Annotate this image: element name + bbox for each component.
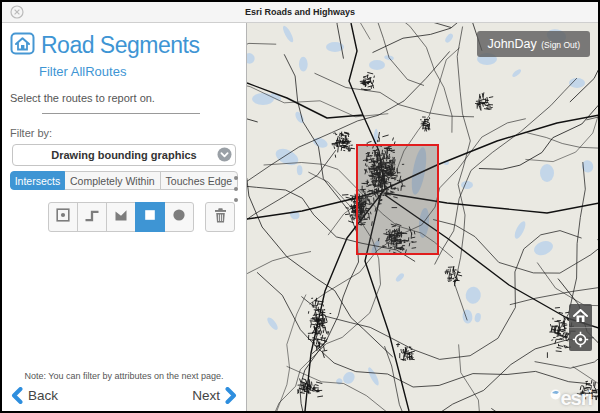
- esri-logo: esri: [550, 387, 592, 410]
- panel-description: Select the routes to report on.: [10, 92, 238, 104]
- draw-tools-toolbar: [48, 202, 246, 232]
- title-bar: Esri Roads and Highways: [2, 2, 598, 23]
- page-title: Road Segments: [41, 32, 199, 59]
- back-button[interactable]: Back: [11, 387, 58, 404]
- home-icon: [10, 32, 35, 59]
- map-controls: [569, 304, 592, 351]
- filter-panel: Road Segments Filter AllRoutes Select th…: [2, 23, 246, 411]
- esri-logo-text: esri: [560, 387, 592, 410]
- tab-touches-edge[interactable]: Touches Edge: [160, 171, 238, 190]
- panel-header: Road Segments: [10, 32, 238, 59]
- chevron-left-icon: [11, 387, 23, 404]
- trash-icon: [212, 207, 229, 228]
- panel-resize-handle[interactable]: [234, 176, 240, 202]
- next-label: Next: [192, 388, 220, 403]
- home-extent-button[interactable]: [569, 304, 592, 327]
- rectangle-tool-button[interactable]: [135, 202, 165, 232]
- dropdown-selected-value: Drawing bounding graphics: [13, 149, 235, 161]
- rectangle-icon: [142, 207, 158, 227]
- next-button[interactable]: Next: [192, 387, 237, 404]
- user-sign-out-button[interactable]: JohnDay (Sign Out): [477, 31, 590, 57]
- chevron-down-icon: [217, 147, 232, 162]
- chevron-right-icon: [225, 387, 237, 404]
- point-icon: [55, 207, 71, 227]
- window-title: Esri Roads and Highways: [2, 2, 598, 22]
- page-subtitle: Filter AllRoutes: [39, 64, 246, 79]
- delete-graphics-button[interactable]: [205, 202, 235, 232]
- back-label: Back: [28, 388, 58, 403]
- map-canvas[interactable]: JohnDay (Sign Out): [246, 23, 598, 411]
- user-name: JohnDay: [487, 37, 536, 51]
- panel-note: Note: You can filter by attributes on th…: [2, 371, 246, 381]
- spatial-relation-tabs: Intersects Completely Within Touches Edg…: [10, 171, 238, 190]
- selection-rectangle: [356, 144, 439, 255]
- filter-method-dropdown[interactable]: Drawing bounding graphics: [12, 144, 236, 166]
- circle-icon: [171, 207, 187, 227]
- polygon-tool-button[interactable]: [106, 202, 136, 232]
- polyline-tool-button[interactable]: [77, 202, 107, 232]
- polyline-icon: [84, 207, 100, 227]
- filter-by-label: Filter by:: [10, 127, 238, 139]
- point-tool-button[interactable]: [48, 202, 78, 232]
- circle-tool-button[interactable]: [164, 202, 194, 232]
- close-icon[interactable]: [10, 5, 24, 19]
- locate-button[interactable]: [569, 327, 592, 351]
- sign-out-label: (Sign Out): [541, 40, 580, 50]
- home-icon: [573, 309, 588, 323]
- app-window: Esri Roads and Highways Road Segments Fi…: [0, 0, 600, 413]
- tab-completely-within[interactable]: Completely Within: [64, 171, 161, 190]
- tab-intersects[interactable]: Intersects: [10, 171, 65, 190]
- divider: [42, 113, 200, 114]
- wizard-navigation: Back Next: [11, 387, 237, 404]
- polygon-icon: [113, 207, 129, 227]
- locate-icon: [572, 331, 589, 348]
